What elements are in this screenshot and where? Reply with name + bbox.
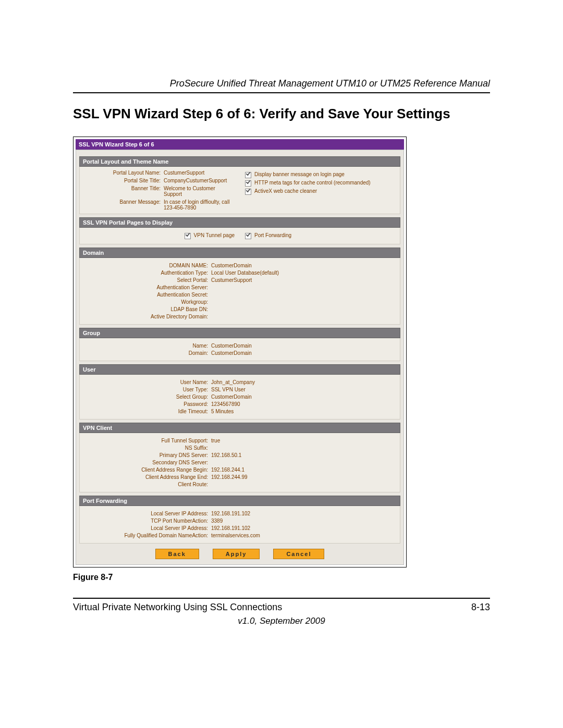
kv-key: LDAP Base DN: xyxy=(83,306,211,312)
button-row: Back Apply Cancel xyxy=(79,549,400,559)
kv-key: Client Route: xyxy=(83,482,211,487)
kv-key: Full Tunnel Support: xyxy=(83,438,211,443)
kv-key: Idle Timeout: xyxy=(83,409,211,414)
kv-val: Local User Database(default) xyxy=(211,270,279,276)
checkbox-label: Port Forwarding xyxy=(254,232,291,238)
kv-val: 192.168.191.102 xyxy=(211,511,250,516)
wizard-body: Portal Layout and Theme Name Portal Layo… xyxy=(76,150,404,565)
kv-key: User Type: xyxy=(83,387,211,392)
section-head-portal-layout: Portal Layout and Theme Name xyxy=(79,156,400,167)
header-rule xyxy=(73,92,490,93)
kv-val: CustomerDomain xyxy=(211,343,252,349)
kv-val: SSL VPN User xyxy=(211,387,246,392)
checkbox-label: Display banner message on login page xyxy=(254,171,345,177)
kv-key: TCP Port NumberAction: xyxy=(83,518,211,524)
checkbox-icon xyxy=(245,172,251,178)
section-head-domain: Domain xyxy=(79,248,400,258)
section-body-group: Name:CustomerDomainDomain:CustomerDomain xyxy=(79,338,400,361)
footer-version: v1.0, September 2009 xyxy=(73,616,490,626)
kv-key: Portal Site Title: xyxy=(83,178,164,183)
kv-val: CompanyCustumerSupport xyxy=(164,178,235,183)
checkbox-icon xyxy=(245,180,251,187)
footer-line: Virtual Private Networking Using SSL Con… xyxy=(73,602,490,613)
section-body-pages-display: VPN Tunnel page Port Forwarding xyxy=(79,228,400,244)
figure-caption: Figure 8-7 xyxy=(73,573,490,582)
wizard-title-bar: SSL VPN Wizard Step 6 of 6 xyxy=(76,139,404,150)
section-head-user: User xyxy=(79,364,400,375)
kv-key: Active Directory Domain: xyxy=(83,314,211,319)
kv-key: Domain: xyxy=(83,350,211,356)
kv-key: Local Server IP Address: xyxy=(83,525,211,531)
section-head-pages-display: SSL VPN Portal Pages to Display xyxy=(79,217,400,228)
checkbox-label: HTTP meta tags for cache control (recomm… xyxy=(254,180,371,186)
kv-key: DOMAIN NAME: xyxy=(83,263,211,268)
kv-val: 192.168.244.1 xyxy=(211,467,244,473)
kv-val: true xyxy=(211,438,220,443)
kv-key: Select Group: xyxy=(83,394,211,400)
footer-right: 8-13 xyxy=(471,602,490,613)
page-title: SSL VPN Wizard Step 6 of 6: Verify and S… xyxy=(73,106,490,122)
document-page: ProSecure Unified Threat Management UTM1… xyxy=(0,0,563,728)
footer-left: Virtual Private Networking Using SSL Con… xyxy=(73,602,282,613)
kv-val: 192.168.244.99 xyxy=(211,474,248,480)
kv-val: Welcome to Customer Support xyxy=(164,186,235,197)
kv-key: Name: xyxy=(83,343,211,349)
kv-val: CustomerDomain xyxy=(211,263,252,268)
kv-key: Workgroup: xyxy=(83,299,211,305)
kv-key: Select Portal: xyxy=(83,277,211,283)
kv-key: Authentication Secret: xyxy=(83,292,211,298)
kv-val: 192.168.191.102 xyxy=(211,525,250,531)
kv-key: Primary DNS Server: xyxy=(83,452,211,458)
checkbox-icon xyxy=(245,233,251,239)
kv-key: NS Suffix: xyxy=(83,445,211,451)
checkbox-icon xyxy=(185,233,191,239)
kv-key: Client Address Range End: xyxy=(83,474,211,480)
apply-button[interactable]: Apply xyxy=(213,549,260,559)
section-body-domain: DOMAIN NAME:CustomerDomainAuthentication… xyxy=(79,258,400,325)
kv-val: CustomerDomain xyxy=(211,394,252,400)
kv-val: 1234567890 xyxy=(211,401,240,407)
running-header: ProSecure Unified Threat Management UTM1… xyxy=(73,78,490,89)
kv-key: Portal Layout Name: xyxy=(83,170,164,176)
cancel-button[interactable]: Cancel xyxy=(273,549,324,559)
kv-val: CustomerDomain xyxy=(211,350,252,356)
kv-val: In case of login diffioulty, call 123-45… xyxy=(164,199,235,211)
kv-key: Secondary DNS Server: xyxy=(83,460,211,465)
kv-key: Banner Message: xyxy=(83,199,164,211)
kv-key: Authentication Type: xyxy=(83,270,211,276)
checkbox-label: ActiveX web cache cleaner xyxy=(254,188,317,194)
kv-val: John_at_Company xyxy=(211,379,255,385)
kv-val: 192.168.50.1 xyxy=(211,452,241,458)
kv-val: CustumerSupport xyxy=(211,277,252,283)
section-head-port-forwarding: Port Forwarding xyxy=(79,496,400,506)
kv-val: 5 Minutes xyxy=(211,409,234,414)
kv-key: Local Server IP Address: xyxy=(83,511,211,516)
section-head-group: Group xyxy=(79,328,400,338)
kv-val: CustumerSupport xyxy=(164,170,235,176)
figure-screenshot: SSL VPN Wizard Step 6 of 6 Portal Layout… xyxy=(73,137,407,567)
footer-rule xyxy=(73,598,490,599)
back-button[interactable]: Back xyxy=(155,549,199,559)
checkbox-icon xyxy=(245,189,251,195)
checkbox-label: VPN Tunnel page xyxy=(194,232,235,238)
kv-key: Client Address Range Begin: xyxy=(83,467,211,473)
section-body-port-forwarding: Local Server IP Address:192.168.191.102T… xyxy=(79,506,400,544)
kv-key: Authentication Server: xyxy=(83,285,211,290)
kv-key: Banner Title: xyxy=(83,186,164,197)
kv-key: Password: xyxy=(83,401,211,407)
section-head-vpn-client: VPN Client xyxy=(79,423,400,433)
section-body-portal-layout: Portal Layout Name:CustumerSupport Porta… xyxy=(79,167,400,214)
kv-key: User Name: xyxy=(83,379,211,385)
kv-val: terminalservices.com xyxy=(211,533,260,538)
section-body-vpn-client: Full Tunnel Support:trueNS Suffix:Primar… xyxy=(79,433,400,492)
kv-key: Fully Qualified Domain NameAction: xyxy=(83,533,211,538)
section-body-user: User Name:John_at_CompanyUser Type:SSL V… xyxy=(79,375,400,419)
kv-val: 3389 xyxy=(211,518,223,524)
